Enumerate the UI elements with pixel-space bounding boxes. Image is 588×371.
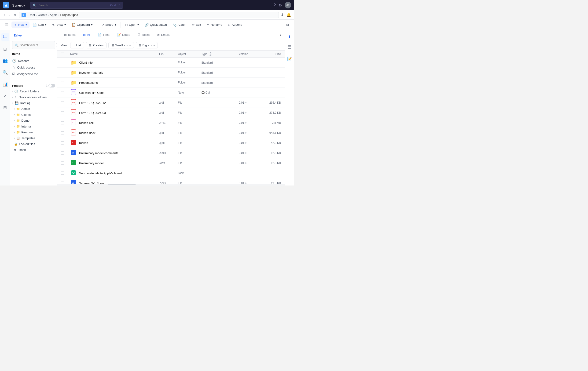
sidebar-table-icon[interactable]: ⊞ bbox=[2, 104, 8, 112]
tab-all[interactable]: ⊞ All bbox=[80, 31, 94, 38]
table-row[interactable]: PDF Form 10-Q 2024-03 .pdf File 0.01 274… bbox=[57, 108, 285, 118]
sidebar-chart-icon[interactable]: 📊 bbox=[1, 80, 9, 88]
view-button[interactable]: 👁 View ▾ bbox=[50, 22, 68, 28]
preview-view-button[interactable]: ⊞ Preview bbox=[86, 42, 106, 48]
panel-info-button[interactable]: ℹ bbox=[287, 33, 292, 40]
quick-attach-button[interactable]: 🔗 Quick attach bbox=[142, 22, 169, 28]
personal-folder-item[interactable]: › 📁 Personal bbox=[10, 129, 57, 135]
refresh-button[interactable]: ↻ bbox=[12, 12, 17, 18]
panel-history-button[interactable] bbox=[286, 44, 293, 51]
header-name[interactable]: Name ↓ bbox=[70, 52, 159, 56]
table-row[interactable]: W Preliminary model comments .docx File … bbox=[57, 148, 285, 158]
sidebar-search-icon[interactable]: 🔍 bbox=[1, 69, 9, 76]
breadcrumb-current[interactable]: Project Alpha bbox=[60, 13, 78, 17]
row-checkbox[interactable] bbox=[61, 131, 70, 134]
row-checkbox[interactable] bbox=[61, 151, 70, 155]
row-checkbox[interactable] bbox=[61, 81, 70, 84]
table-row[interactable]: X Preliminary model .xlsx File 0.01 12.8… bbox=[57, 158, 285, 168]
tab-emails[interactable]: ✉ Emails bbox=[154, 31, 173, 38]
quick-access-folders-item[interactable]: › ☆ Quick access folders bbox=[10, 94, 57, 100]
rename-button[interactable]: ✒ Rename bbox=[204, 22, 224, 28]
admin-folder-item[interactable]: › 📁 Admin bbox=[10, 106, 57, 112]
edit-button[interactable]: ✏ Edit bbox=[189, 22, 203, 28]
search-bar[interactable]: 🔍 Cmd + S bbox=[30, 2, 123, 9]
open-button[interactable]: ⊡ Open ▾ bbox=[123, 22, 142, 28]
list-view-button[interactable]: ≡ List bbox=[70, 42, 84, 48]
table-row[interactable]: ♪ Kickoff call .m4a File 0.01 2.8 MB bbox=[57, 118, 285, 128]
version-number: 0.01 bbox=[239, 151, 244, 155]
header-version[interactable]: Version bbox=[239, 52, 262, 56]
sidebar-search-input[interactable] bbox=[20, 43, 55, 47]
breadcrumb-root[interactable]: Root bbox=[29, 13, 35, 17]
sidebar-search[interactable]: 🔍 Cmd + K bbox=[12, 41, 55, 49]
download-icon[interactable]: ⬇ bbox=[281, 13, 284, 17]
sidebar-grid-icon[interactable]: ⊞ bbox=[2, 45, 8, 53]
row-checkbox[interactable] bbox=[61, 101, 70, 104]
sidebar-item-assigned-to-me[interactable]: ☑ Assigned to me bbox=[10, 71, 57, 77]
breadcrumb-clients[interactable]: Clients bbox=[38, 13, 47, 17]
sidebar-item-recents[interactable]: 🕐 Recents bbox=[10, 58, 57, 64]
split-view-button[interactable]: ⊟ bbox=[284, 22, 291, 28]
header-ext[interactable]: Ext. bbox=[159, 52, 178, 56]
table-row[interactable]: W Synergy S-1 Form .docx File 0.01 19.5 … bbox=[57, 178, 285, 184]
sidebar-share-icon[interactable]: ↗ bbox=[2, 92, 8, 100]
search-input[interactable] bbox=[38, 3, 108, 7]
horizontal-scroll[interactable] bbox=[57, 184, 285, 186]
root-folder-item[interactable]: ▾ 💾 Root (/) bbox=[10, 100, 57, 106]
new-button[interactable]: ＋ New ▾ bbox=[11, 21, 30, 28]
table-row[interactable]: PDF Kickoff deck .pdf File 0.01 648.1 KB bbox=[57, 128, 285, 138]
tab-notes[interactable]: 📝 Notes bbox=[114, 31, 133, 38]
forward-button[interactable]: › bbox=[8, 12, 11, 18]
back-button[interactable]: ‹ bbox=[3, 12, 6, 18]
table-row[interactable]: 📁 Presentations Folder Standard bbox=[57, 78, 285, 88]
table-row[interactable]: Call with Tim Cook Note 🎧 Call bbox=[57, 88, 285, 98]
avatar[interactable]: JR bbox=[285, 2, 291, 9]
row-checkbox[interactable] bbox=[61, 111, 70, 114]
row-checkbox[interactable] bbox=[61, 171, 70, 175]
header-object[interactable]: Object bbox=[178, 52, 201, 56]
recent-folders-item[interactable]: › 🕐 Recent folders bbox=[10, 88, 57, 94]
table-row[interactable]: 📁 Client info Folder Standard bbox=[57, 58, 285, 68]
clipboard-button[interactable]: 📋 Clipboard ▾ bbox=[69, 22, 95, 28]
clients-folder-item[interactable]: › 📁 Clients bbox=[10, 112, 57, 118]
more-button[interactable]: ··· bbox=[246, 22, 252, 28]
tab-tasks[interactable]: ☑ Tasks bbox=[134, 31, 153, 38]
breadcrumb-apple[interactable]: Apple bbox=[50, 13, 58, 17]
append-button[interactable]: ⊕ Append bbox=[225, 22, 245, 28]
info-button[interactable]: ℹ bbox=[280, 33, 281, 37]
row-checkbox[interactable] bbox=[61, 141, 70, 144]
bell-icon[interactable]: 🔔 bbox=[286, 13, 291, 17]
sidebar-users-icon[interactable]: 👥 bbox=[1, 57, 9, 65]
header-size[interactable]: Size bbox=[262, 52, 281, 56]
tab-files[interactable]: 📄 Files bbox=[94, 31, 113, 38]
tab-items[interactable]: ⊞ Items bbox=[61, 31, 79, 38]
row-checkbox[interactable] bbox=[61, 91, 70, 94]
table-row[interactable]: Send materials to Apple's board Task bbox=[57, 168, 285, 178]
toggle-sidebar-button[interactable]: ☰ bbox=[3, 22, 10, 28]
locked-files-item[interactable]: 🔒 Locked files bbox=[10, 141, 57, 147]
row-checkbox[interactable] bbox=[61, 161, 70, 165]
row-checkbox[interactable] bbox=[61, 71, 70, 74]
big-icons-view-button[interactable]: ⊞ Big icons bbox=[136, 42, 158, 48]
small-icons-view-button[interactable]: ⊞ Small icons bbox=[108, 42, 134, 48]
panel-notes-button[interactable]: 📝 bbox=[286, 55, 293, 62]
row-checkbox[interactable] bbox=[61, 61, 70, 64]
attach-button[interactable]: 📎 Attach bbox=[170, 22, 189, 28]
internal-folder-item[interactable]: › 📁 Internal bbox=[10, 124, 57, 129]
sidebar-drive-icon[interactable] bbox=[1, 33, 9, 41]
templates-folder-item[interactable]: › 📋 Templates bbox=[10, 135, 57, 141]
item-button[interactable]: 📄 Item ▾ bbox=[31, 22, 49, 28]
row-checkbox[interactable] bbox=[61, 182, 70, 184]
settings-icon[interactable]: ⚙ bbox=[279, 3, 282, 8]
row-checkbox[interactable] bbox=[61, 121, 70, 124]
folders-toggle-switch[interactable] bbox=[48, 84, 55, 87]
sidebar-item-quick-access[interactable]: ☆ Quick access bbox=[10, 64, 57, 71]
help-icon[interactable]: ? bbox=[274, 3, 276, 7]
table-row[interactable]: P Kickoff .pptx File 0.01 42.3 KB bbox=[57, 138, 285, 148]
header-type[interactable]: Type ○ bbox=[201, 52, 229, 56]
demo-folder-item[interactable]: › 📁 Demo bbox=[10, 118, 57, 124]
trash-item[interactable]: 🗑 Trash bbox=[10, 147, 57, 153]
table-row[interactable]: 📁 Investor materials Folder Standard bbox=[57, 68, 285, 78]
share-button[interactable]: ↗ Share ▾ bbox=[99, 22, 119, 28]
table-row[interactable]: PDF Form 10-Q 2023-12 .pdf File 0.01 265… bbox=[57, 98, 285, 108]
